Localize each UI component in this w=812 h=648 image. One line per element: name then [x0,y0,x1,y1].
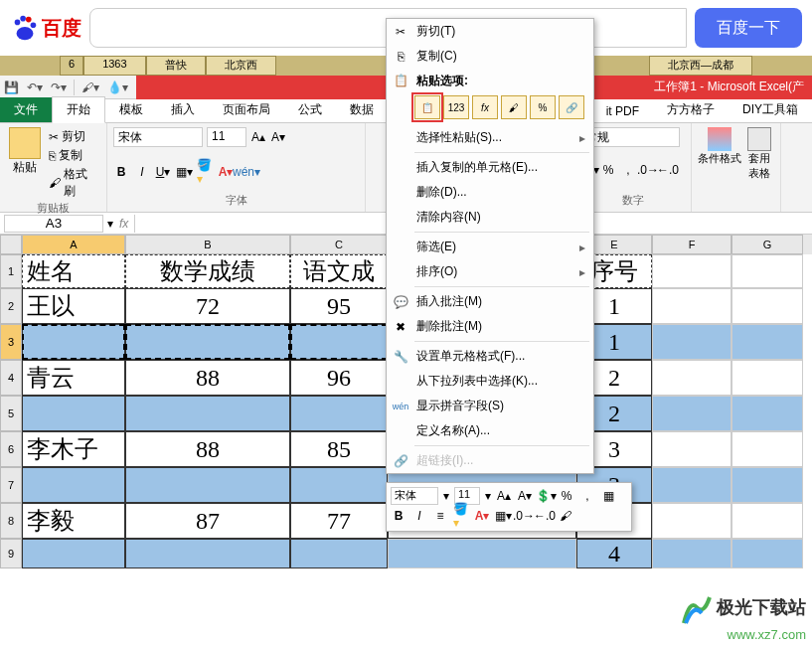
pinyin-button[interactable]: wén▾ [239,164,254,180]
cell[interactable] [290,324,388,360]
cell[interactable] [731,288,803,324]
cell[interactable]: 王以 [22,288,125,324]
paste-opt-formatting[interactable]: 🖌 [501,95,527,119]
shrink-font-icon[interactable]: A▾ [270,129,286,145]
paste-opt-all[interactable]: 📋 [414,95,440,119]
tab-layout[interactable]: 页面布局 [209,97,284,122]
qat-redo-icon[interactable]: ↷▾ [47,79,71,96]
mini-border-button[interactable]: ▦▾ [495,508,511,524]
tab-insert[interactable]: 插入 [157,97,209,122]
tab-home[interactable]: 开始 [52,96,105,123]
station-tab[interactable]: 普快 [146,56,206,76]
ctx-sort[interactable]: 排序(O) [387,259,593,284]
mini-bold-button[interactable]: B [391,508,406,524]
mini-fill-button[interactable]: 🪣▾ [453,508,469,524]
ctx-delete[interactable]: 删除(D)... [387,180,593,205]
mini-grow-font-icon[interactable]: A▴ [496,488,512,504]
cell[interactable] [652,254,731,288]
station-tab[interactable]: 北京西 [206,56,276,76]
cell[interactable] [652,539,731,568]
col-header[interactable]: B [125,235,290,254]
tab-diy[interactable]: DIY工具箱 [729,97,812,122]
dec-decimal-icon[interactable]: ←.0 [660,162,676,178]
cell[interactable] [290,396,388,431]
tab-formula[interactable]: 公式 [284,97,336,122]
percent-icon[interactable]: % [600,162,616,178]
cell[interactable] [652,431,731,467]
cell[interactable]: 72 [125,288,290,324]
cell[interactable] [652,324,731,360]
ctx-show-pinyin[interactable]: wén显示拼音字段(S) [387,394,593,418]
row-header[interactable]: 6 [0,431,22,467]
row-header[interactable]: 9 [0,539,22,568]
cell[interactable] [731,324,803,360]
number-format-combo[interactable]: 常规 [580,127,680,147]
cell[interactable]: 87 [125,503,290,539]
ctx-copy[interactable]: ⎘复制(C) [387,44,593,69]
bold-button[interactable]: B [113,164,129,180]
tab-pdf[interactable]: it PDF [592,100,653,122]
paste-button[interactable]: 粘贴 [6,127,43,201]
col-header[interactable]: C [290,235,388,254]
cell[interactable] [652,288,731,324]
ctx-pick-list[interactable]: 从下拉列表中选择(K)... [387,369,593,394]
name-box[interactable] [4,215,103,233]
cell[interactable]: 青云 [22,360,125,396]
col-header[interactable]: G [731,235,803,254]
cell[interactable]: 李木子 [22,431,125,467]
row-header[interactable]: 5 [0,396,22,431]
mini-italic-button[interactable]: I [411,508,427,524]
mini-border-icon[interactable]: ▦ [600,488,616,504]
cell[interactable] [731,467,803,503]
cell[interactable] [652,360,731,396]
cell[interactable] [731,360,803,396]
italic-button[interactable]: I [134,164,150,180]
cell[interactable]: 4 [576,539,652,568]
cell[interactable] [290,539,388,568]
col-header[interactable]: F [652,235,731,254]
cell[interactable] [731,254,803,288]
copy-button[interactable]: ⎘复制 [47,146,100,165]
cell[interactable] [22,324,125,360]
paste-opt-values[interactable]: 123 [443,95,469,119]
cell[interactable] [652,467,731,503]
qat-brush-icon[interactable]: 🖌▾ [78,79,103,96]
format-painter-button[interactable]: 🖌格式刷 [47,165,100,201]
row-header[interactable]: 1 [0,254,22,288]
cell[interactable] [125,539,290,568]
ctx-delete-comment[interactable]: ✖删除批注(M) [387,314,593,339]
underline-button[interactable]: U▾ [155,164,171,180]
mini-inc-dec-icon[interactable]: .0→ [516,508,532,524]
cell[interactable]: 姓名 [22,254,125,288]
ctx-cut[interactable]: ✂剪切(T) [387,19,593,44]
ctx-insert-comment[interactable]: 💬插入批注(M) [387,289,593,314]
font-size-combo[interactable]: 11 [207,127,246,147]
font-name-combo[interactable]: 宋体 [113,127,203,147]
cell[interactable] [652,503,731,539]
qat-undo-icon[interactable]: ↶▾ [23,79,47,96]
table-format-button[interactable]: 套用 表格 [747,127,771,181]
inc-decimal-icon[interactable]: .0→ [640,162,656,178]
cell[interactable] [731,431,803,467]
fx-icon[interactable]: fx [113,217,134,231]
cell[interactable] [731,503,803,539]
cell[interactable] [125,324,290,360]
ctx-define-name[interactable]: 定义名称(A)... [387,418,593,443]
cell[interactable] [652,396,731,431]
comma-icon[interactable]: , [620,162,636,178]
cell[interactable] [22,539,125,568]
tab-ffgz[interactable]: 方方格子 [653,97,729,122]
cell[interactable]: 88 [125,431,290,467]
station-tab-route[interactable]: 北京西—成都 [649,56,752,76]
grow-font-icon[interactable]: A▴ [250,129,266,145]
mini-shrink-font-icon[interactable]: A▾ [517,488,533,504]
cell[interactable]: 85 [290,431,388,467]
cell[interactable] [125,396,290,431]
cell[interactable]: 95 [290,288,388,324]
col-header[interactable]: A [22,235,125,254]
cell[interactable]: 96 [290,360,388,396]
paste-opt-formulas[interactable]: fx [472,95,498,119]
station-tab[interactable]: 1363 [83,56,145,76]
row-header[interactable]: 3 [0,324,22,360]
baidu-search-button[interactable]: 百度一下 [695,8,802,48]
